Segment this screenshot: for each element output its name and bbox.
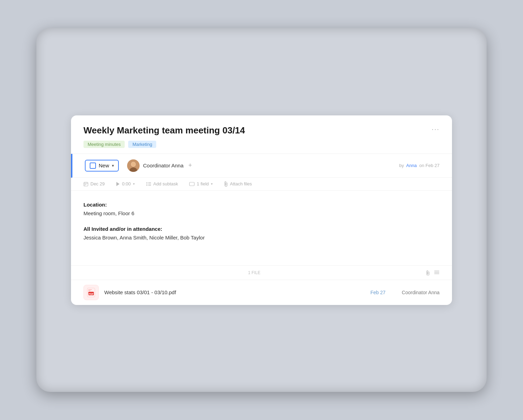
tag-meeting-minutes[interactable]: Meeting minutes xyxy=(83,141,125,148)
assignee-section: Coordinator Anna + xyxy=(127,159,399,172)
location-section: Location: Meeting room, Floor 6 xyxy=(83,202,440,216)
attach-label: Attach files xyxy=(230,181,252,186)
play-icon xyxy=(116,182,120,186)
date-button[interactable]: Dec 29 xyxy=(83,181,105,186)
file-icon: PDF xyxy=(83,285,99,300)
attach-files-icon[interactable] xyxy=(425,270,430,275)
created-by-prefix: by xyxy=(399,163,404,168)
time-label: 0:00 xyxy=(122,181,131,186)
subtask-button[interactable]: Add subtask xyxy=(146,181,178,186)
svg-rect-8 xyxy=(85,184,85,185)
calendar-icon xyxy=(83,182,88,186)
field-label: 1 field xyxy=(197,181,209,186)
attendance-value: Jessica Brown, Anna Smith, Nicole Miller… xyxy=(83,235,440,240)
content-area: Location: Meeting room, Floor 6 All Invi… xyxy=(71,191,452,261)
attendance-label: All Invited and/or in attendance: xyxy=(83,226,440,232)
file-date: Feb 27 xyxy=(370,290,385,295)
created-by: by Anna on Feb 27 xyxy=(399,163,440,168)
task-bar: New ▾ Coordinator Anna + by Anna xyxy=(71,154,452,178)
paperclip-icon xyxy=(224,181,228,187)
field-chevron: ▾ xyxy=(211,182,213,186)
list-view-icon[interactable] xyxy=(434,270,440,275)
tags-container: Meeting minutes Marketing xyxy=(83,141,440,148)
subtask-icon xyxy=(146,182,151,186)
file-row[interactable]: PDF Website stats 03/01 - 03/10.pdf Feb … xyxy=(71,280,452,305)
task-card: Weekly Marketing team meeting 03/14 Meet… xyxy=(71,115,452,305)
more-options-button[interactable]: ··· xyxy=(432,125,440,133)
field-button[interactable]: 1 field ▾ xyxy=(189,181,213,186)
toolbar-row: Dec 29 0:00 ▾ Add subtask xyxy=(71,178,452,191)
attendance-section: All Invited and/or in attendance: Jessic… xyxy=(83,226,440,240)
file-name: Website stats 03/01 - 03/10.pdf xyxy=(104,289,365,295)
attach-button[interactable]: Attach files xyxy=(224,181,252,187)
time-button[interactable]: 0:00 ▾ xyxy=(116,181,134,186)
svg-text:PDF: PDF xyxy=(89,293,94,295)
files-count-label: 1 FILE xyxy=(83,270,425,275)
svg-rect-18 xyxy=(189,182,194,186)
status-label: New xyxy=(99,163,109,168)
location-label: Location: xyxy=(83,202,440,208)
file-owner: Coordinator Anna xyxy=(391,290,440,295)
field-icon xyxy=(189,182,195,186)
tag-marketing[interactable]: Marketing xyxy=(128,141,156,148)
svg-rect-9 xyxy=(86,184,86,185)
time-chevron: ▾ xyxy=(133,182,135,186)
add-assignee-button[interactable]: + xyxy=(188,162,192,169)
chevron-down-icon: ▾ xyxy=(112,163,114,168)
card-header: Weekly Marketing team meeting 03/14 Meet… xyxy=(71,115,452,154)
assignee-name: Coordinator Anna xyxy=(143,163,184,168)
location-value: Meeting room, Floor 6 xyxy=(83,210,440,216)
created-by-author[interactable]: Anna xyxy=(406,163,417,168)
files-header: 1 FILE xyxy=(71,266,452,280)
date-label: Dec 29 xyxy=(90,181,105,186)
device-frame: Weekly Marketing team meeting 03/14 Meet… xyxy=(36,28,487,392)
svg-marker-11 xyxy=(116,182,119,186)
subtask-label: Add subtask xyxy=(153,181,178,186)
status-checkbox xyxy=(90,163,96,169)
pdf-icon: PDF xyxy=(87,288,95,297)
status-button[interactable]: New ▾ xyxy=(85,160,119,172)
card-title: Weekly Marketing team meeting 03/14 xyxy=(83,125,440,136)
svg-rect-10 xyxy=(85,185,85,186)
created-by-date: on Feb 27 xyxy=(419,163,440,168)
files-header-icons xyxy=(425,270,440,275)
avatar[interactable] xyxy=(127,159,140,172)
svg-point-3 xyxy=(131,162,135,166)
avatar-image xyxy=(127,159,140,172)
files-section: 1 FILE PDF xyxy=(71,265,452,305)
